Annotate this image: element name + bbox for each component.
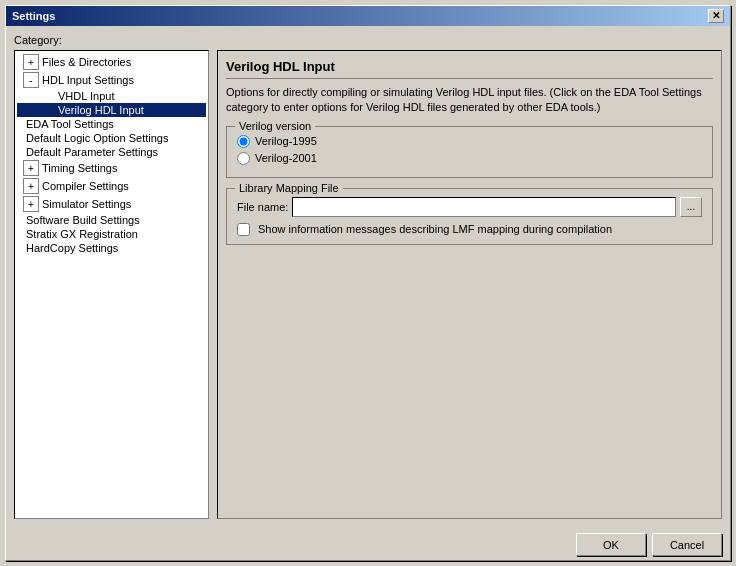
radio-label-verilog-2001: Verilog-2001 — [255, 152, 317, 164]
file-name-input[interactable] — [292, 197, 676, 217]
tree-item-label: HDL Input Settings — [42, 74, 134, 86]
tree-item-label: Verilog HDL Input — [58, 104, 144, 116]
radio-verilog-1995[interactable]: Verilog-1995 — [237, 135, 702, 148]
radio-verilog-2001[interactable]: Verilog-2001 — [237, 152, 702, 165]
tree-item-eda-tool-settings[interactable]: EDA Tool Settings — [17, 117, 206, 131]
expander-compiler[interactable]: + — [23, 178, 39, 194]
show-info-checkbox[interactable] — [237, 223, 250, 236]
tree-item-stratix-gx[interactable]: Stratix GX Registration — [17, 227, 206, 241]
radio-label-verilog-1995: Verilog-1995 — [255, 135, 317, 147]
tree-item-label: Simulator Settings — [42, 198, 131, 210]
radio-input-verilog-2001[interactable] — [237, 152, 250, 165]
tree-item-label: Files & Directories — [42, 56, 131, 68]
tree-item-default-parameter[interactable]: Default Parameter Settings — [17, 145, 206, 159]
tree-item-default-logic-option[interactable]: Default Logic Option Settings — [17, 131, 206, 145]
panel-title: Verilog HDL Input — [226, 59, 713, 79]
tree-item-simulator-settings[interactable]: + Simulator Settings — [17, 195, 206, 213]
tree-item-compiler-settings[interactable]: + Compiler Settings — [17, 177, 206, 195]
tree-item-hdl-input-settings[interactable]: - HDL Input Settings — [17, 71, 206, 89]
main-area: + Files & Directories - HDL Input Settin… — [14, 50, 722, 519]
tree-item-timing-settings[interactable]: + Timing Settings — [17, 159, 206, 177]
cancel-button[interactable]: Cancel — [652, 533, 722, 556]
tree-item-label: Default Parameter Settings — [26, 146, 158, 158]
category-label: Category: — [14, 34, 722, 46]
tree-item-label: Compiler Settings — [42, 180, 129, 192]
tree-item-label: VHDL Input — [58, 90, 114, 102]
expander-timing[interactable]: + — [23, 160, 39, 176]
expander-hdl-input[interactable]: - — [23, 72, 39, 88]
tree-item-label: Software Build Settings — [26, 214, 140, 226]
panel-description: Options for directly compiling or simula… — [226, 85, 713, 116]
tree-item-hardcopy[interactable]: HardCopy Settings — [17, 241, 206, 255]
verilog-version-legend: Verilog version — [235, 120, 315, 132]
file-name-label: File name: — [237, 201, 288, 213]
dialog-content: Category: + Files & Directories - HDL In… — [6, 26, 730, 527]
title-bar: Settings ✕ — [6, 6, 730, 26]
expander-files-dirs[interactable]: + — [23, 54, 39, 70]
tree-item-label: Timing Settings — [42, 162, 117, 174]
bottom-bar: OK Cancel — [6, 527, 730, 560]
radio-input-verilog-1995[interactable] — [237, 135, 250, 148]
settings-dialog: Settings ✕ Category: + Files & Directori… — [5, 5, 731, 561]
right-panel: Verilog HDL Input Options for directly c… — [217, 50, 722, 519]
tree-item-label: EDA Tool Settings — [26, 118, 114, 130]
tree-item-label: HardCopy Settings — [26, 242, 118, 254]
tree-item-software-build[interactable]: Software Build Settings — [17, 213, 206, 227]
close-button[interactable]: ✕ — [708, 9, 724, 23]
library-mapping-legend: Library Mapping File — [235, 182, 343, 194]
tree-item-files-dirs[interactable]: + Files & Directories — [17, 53, 206, 71]
tree-panel[interactable]: + Files & Directories - HDL Input Settin… — [14, 50, 209, 519]
tree-item-label: Stratix GX Registration — [26, 228, 138, 240]
tree-item-label: Default Logic Option Settings — [26, 132, 168, 144]
show-info-label: Show information messages describing LMF… — [258, 223, 612, 235]
show-info-row[interactable]: Show information messages describing LMF… — [237, 223, 702, 236]
ok-button[interactable]: OK — [576, 533, 646, 556]
tree-item-verilog-hdl-input[interactable]: Verilog HDL Input — [17, 103, 206, 117]
file-name-row: File name: ... — [237, 197, 702, 217]
dialog-title: Settings — [12, 10, 55, 22]
library-mapping-group: Library Mapping File File name: ... Show… — [226, 188, 713, 245]
expander-simulator[interactable]: + — [23, 196, 39, 212]
tree-item-vhdl-input[interactable]: VHDL Input — [17, 89, 206, 103]
browse-button[interactable]: ... — [680, 197, 702, 217]
verilog-version-group: Verilog version Verilog-1995 Verilog-200… — [226, 126, 713, 178]
